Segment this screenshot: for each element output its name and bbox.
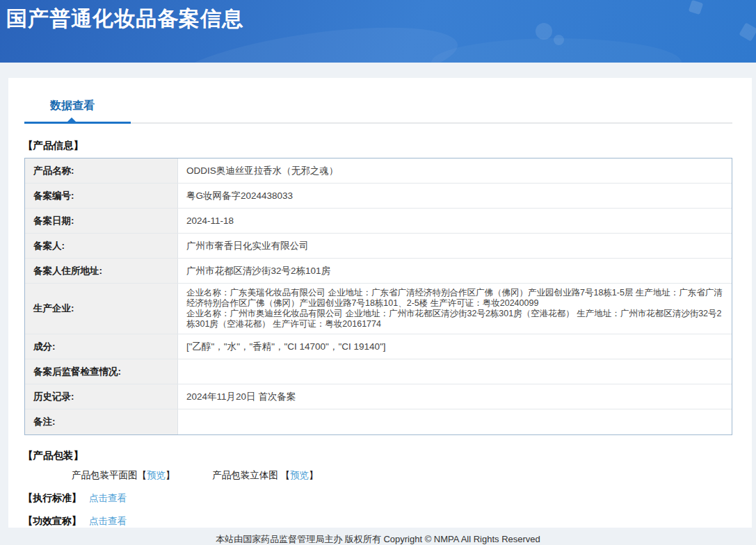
bracket-open: 【 <box>138 470 147 480</box>
table-row-history: 历史记录: 2024年11月20日 首次备案 <box>25 384 732 409</box>
row-label: 历史记录: <box>25 384 178 409</box>
bracket-close: 】 <box>309 470 319 480</box>
row-label: 产品名称: <box>25 158 178 183</box>
tab-bar: 数据查看 <box>8 78 752 113</box>
row-label: 备案日期: <box>25 209 178 233</box>
tab-data-view[interactable]: 数据查看 <box>50 99 95 113</box>
tab-underline <box>8 119 752 125</box>
table-row-remarks: 备注: <box>25 409 732 434</box>
table-row-product-name: 产品名称: ODDIS奥迪丝亚拉香水（无邪之魂） <box>25 158 732 184</box>
section-title-product-info: 【产品信息】 <box>23 139 752 152</box>
content-card: 数据查看 【产品信息】 产品名称: ODDIS奥迪丝亚拉香水（无邪之魂） 备案编… <box>8 78 752 528</box>
packaging-flat-label: 产品包装平面图 <box>72 470 138 480</box>
section-title-standard: 【执行标准】 <box>23 492 81 503</box>
row-value: 2024-11-18 <box>178 209 732 233</box>
row-value: 2024年11月20日 首次备案 <box>178 384 732 409</box>
page-title: 国产普通化妆品备案信息 <box>0 0 756 33</box>
row-value: 广州市奢香日化实业有限公司 <box>178 234 732 258</box>
section-title-packaging: 【产品包装】 <box>23 449 752 462</box>
row-value: 广州市花都区清沙街32号2栋101房 <box>178 259 732 283</box>
tab-bar-divider <box>131 122 732 124</box>
table-row-filing-number: 备案编号: 粤G妆网备字2024438033 <box>25 184 732 209</box>
standard-row: 【执行标准】 点击查看 <box>23 492 752 505</box>
page-body: 数据查看 【产品信息】 产品名称: ODDIS奥迪丝亚拉香水（无邪之魂） 备案编… <box>0 63 756 530</box>
table-row-registrant: 备案人: 广州市奢香日化实业有限公司 <box>25 234 732 259</box>
row-value <box>178 359 732 384</box>
page-footer: 本站由国家药品监督管理局主办 版权所有 Copyright © NMPA All… <box>0 530 756 545</box>
row-label: 生产企业: <box>25 284 178 334</box>
row-value: ODDIS奥迪丝亚拉香水（无邪之魂） <box>178 158 732 183</box>
table-row-registrant-address: 备案人住所地址: 广州市花都区清沙街32号2栋101房 <box>25 259 732 284</box>
row-label: 备案人: <box>25 234 178 258</box>
row-label: 备案人住所地址: <box>25 259 178 283</box>
page-header: 国产普通化妆品备案信息 <box>0 0 756 63</box>
table-row-manufacturer: 生产企业: 企业名称：广东美瑞化妆品有限公司 企业地址：广东省广清经济特别合作区… <box>25 284 732 334</box>
tab-active-indicator <box>24 122 131 124</box>
packaging-stereo-label: 产品包装立体图 <box>212 470 280 480</box>
footer-text: 本站由国家药品监督管理局主办 版权所有 Copyright © NMPA All… <box>216 534 540 544</box>
manufacturer-entry-2: 企业名称：广州市奥迪丝化妆品有限公司 企业地址：广州市花都区清沙街32号2栋30… <box>186 309 723 330</box>
row-value: ["乙醇"，"水"，"香精"，"CI 14700"，"CI 19140"] <box>178 334 732 359</box>
header-decoration-circle <box>554 35 564 45</box>
table-row-ingredients: 成分: ["乙醇"，"水"，"香精"，"CI 14700"，"CI 19140"… <box>25 334 732 359</box>
row-label: 备案后监督检查情况: <box>25 359 178 384</box>
row-value <box>178 409 732 434</box>
row-value: 企业名称：广东美瑞化妆品有限公司 企业地址：广东省广清经济特别合作区广佛（佛冈）… <box>178 284 732 334</box>
tab-active-arrow-icon <box>67 117 76 122</box>
efficacy-view-link[interactable]: 点击查看 <box>89 516 127 526</box>
manufacturer-entry-1: 企业名称：广东美瑞化妆品有限公司 企业地址：广东省广清经济特别合作区广佛（佛冈）… <box>186 288 723 309</box>
row-label: 成分: <box>25 334 178 359</box>
table-row-filing-date: 备案日期: 2024-11-18 <box>25 209 732 234</box>
packaging-flat-item: 产品包装平面图【预览】 <box>72 469 175 482</box>
row-label: 备案编号: <box>25 184 178 208</box>
section-title-efficacy: 【功效宣称】 <box>23 515 81 526</box>
packaging-links-row: 产品包装平面图【预览】 产品包装立体图 【预览】 <box>72 469 752 482</box>
packaging-flat-preview-link[interactable]: 预览 <box>147 470 166 480</box>
efficacy-row: 【功效宣称】 点击查看 <box>23 515 752 528</box>
table-row-supervision-check: 备案后监督检查情况: <box>25 359 732 384</box>
bracket-open: 【 <box>281 470 291 480</box>
standard-view-link[interactable]: 点击查看 <box>89 493 127 503</box>
packaging-stereo-preview-link[interactable]: 预览 <box>290 470 309 480</box>
packaging-stereo-item: 产品包装立体图 【预览】 <box>212 469 318 482</box>
row-label: 备注: <box>25 409 178 434</box>
product-info-table: 产品名称: ODDIS奥迪丝亚拉香水（无邪之魂） 备案编号: 粤G妆网备字202… <box>24 158 732 435</box>
row-value: 粤G妆网备字2024438033 <box>178 184 732 208</box>
bracket-close: 】 <box>166 470 175 480</box>
